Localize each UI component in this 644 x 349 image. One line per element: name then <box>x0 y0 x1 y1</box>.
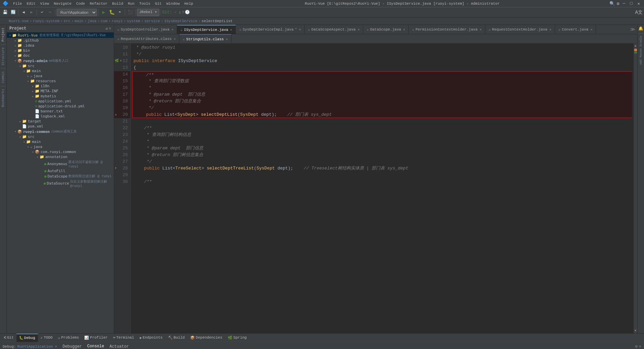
menu-refactor[interactable]: Refactor <box>88 1 109 6</box>
tree-item-main2[interactable]: ▾ 📁 main <box>7 139 114 144</box>
debug-run-btn[interactable]: 🐛 <box>108 9 115 16</box>
tree-item-doc[interactable]: ▸ 📁 doc <box>7 53 114 58</box>
breadcrumb-item[interactable]: com <box>101 19 107 23</box>
tree-item-annotation[interactable]: ▾ 📁 annotation <box>7 154 114 159</box>
bookmarks-tab-icon[interactable]: Bookmarks <box>1 88 6 108</box>
tree-item-root[interactable]: ▾ 📁 RuoYi-Vue 若依管理系统 E:\gitRepos2\RuoYi-… <box>7 33 114 38</box>
tree-item-github[interactable]: ▸ 📁 .github <box>7 38 114 43</box>
tree-item-logback[interactable]: 📄 logback.xml <box>7 114 114 119</box>
tree-item-autofill[interactable]: ● AutoFill <box>7 168 114 173</box>
sync-btn[interactable]: 🔄 <box>9 9 17 16</box>
breadcrumb-service[interactable]: service <box>145 19 160 23</box>
breadcrumb-item[interactable]: src <box>64 19 70 23</box>
breadcrumb-item[interactable]: RuoYi-Vue <box>9 19 29 23</box>
breadcrumb-item[interactable]: ISysDeptService <box>164 19 197 23</box>
tab-sysdeptserviceimpl[interactable]: ☕ SysDeptServiceImpl.java * ✕ <box>236 25 305 34</box>
debug-tab-debugger[interactable]: Debugger <box>60 342 85 349</box>
right-tool1[interactable]: Gradle <box>639 36 643 46</box>
save-all-btn[interactable]: 💾 <box>1 9 9 16</box>
bottom-tab-problems[interactable]: ⚠ Problems <box>55 334 82 342</box>
tab-requestcontextholder[interactable]: ☕ RequestContextHolder.java ✕ <box>485 25 555 34</box>
project-settings-icon[interactable]: ⚙ <box>106 27 108 31</box>
back-btn[interactable]: ◀ <box>20 9 27 16</box>
project-collapse-icon[interactable]: ≡ <box>109 27 111 31</box>
tree-item-pom[interactable]: 📄 pom.xml <box>7 124 114 129</box>
search-icon[interactable]: 🔍 <box>609 1 615 6</box>
breadcrumb-item[interactable]: main <box>74 19 83 23</box>
stop-btn[interactable]: ⬛ <box>126 9 134 16</box>
menu-window[interactable]: Window <box>164 1 182 6</box>
tab-datascopeaspect[interactable]: ☕ DataScopeAspect.java ✕ <box>305 25 363 34</box>
bottom-tab-profiler[interactable]: 📊 Profiler <box>82 334 110 342</box>
bottom-tab-debug[interactable]: 🐛 Debug <box>16 334 38 342</box>
project-tab-icon[interactable]: Project <box>1 26 6 43</box>
tab-stringutils[interactable]: ☕ StringUtils.class ✕ <box>179 34 231 44</box>
commit-tab-icon[interactable]: Commit <box>1 70 6 85</box>
tree-item-java2[interactable]: ▾ ☕ java <box>7 144 114 149</box>
tree-item-metainf[interactable]: ▸ 📁 META-INF <box>7 89 114 94</box>
structure-tab-icon[interactable]: Structure <box>1 46 6 67</box>
tree-item-ruoyi-common[interactable]: ▾ 📦 ruoyi-common common通用工具 <box>7 129 114 134</box>
menu-tools[interactable]: Tools <box>137 1 152 6</box>
menu-code[interactable]: Code <box>74 1 87 6</box>
tree-item-bin[interactable]: ▸ 📁 bin <box>7 48 114 53</box>
forward-btn[interactable]: ▶ <box>28 9 35 16</box>
tree-item-datasource[interactable]: ● DataSource 自定义多数据源切换注解 @ruoyi <box>7 179 114 188</box>
notifications-icon[interactable]: 🔔 <box>638 26 643 31</box>
tree-item-target[interactable]: ▸ 📁 target <box>7 119 114 124</box>
git-push-btn[interactable]: ↑ <box>182 10 184 15</box>
menu-file[interactable]: File <box>11 1 24 6</box>
tree-item-mybatis[interactable]: ▸ 📁 mybatis <box>7 94 114 99</box>
tree-item-com-ruoyi[interactable]: ▾ 📦 com.ruoyi.common <box>7 149 114 154</box>
tree-item-src2[interactable]: ▾ 📁 src <box>7 134 114 139</box>
tree-item-resources[interactable]: ▾ 📁 resources <box>7 79 114 84</box>
tab-isysdeptservice[interactable]: ☕ ISysDeptService.java ✕ <box>177 25 236 34</box>
run-config-dropdown[interactable]: RuoYiApplication <box>57 9 97 16</box>
debug-tab-console[interactable]: Console <box>85 342 107 349</box>
tree-item-ruoyi-admin[interactable]: ▾ 📦 ruoyi-admin web服务入口 <box>7 58 114 63</box>
tab-convert[interactable]: ☕ Convert.java ✕ <box>555 25 596 34</box>
tree-item-app-druid-yml[interactable]: ⚙ application-druid.yml <box>7 104 114 109</box>
bottom-tab-build[interactable]: 🔨 Build <box>165 334 187 342</box>
bottom-tab-terminal[interactable]: ⌨ Terminal <box>110 334 137 342</box>
tree-item-datascope[interactable]: ● DataScope 数据权限过滤注解 @ ruoyi <box>7 173 114 179</box>
right-tool3[interactable]: AWS <box>639 59 643 65</box>
breadcrumb-item[interactable]: system <box>127 19 140 23</box>
debug-tab-actuator[interactable]: Actuator <box>107 342 131 349</box>
menu-edit[interactable]: Edit <box>24 1 37 6</box>
tree-item-src1[interactable]: ▾ 📁 src <box>7 63 114 68</box>
tab-datascope[interactable]: ☕ DataScope.java ✕ <box>363 25 409 34</box>
tree-item-banner[interactable]: 📄 banner.txt <box>7 109 114 114</box>
tab-requestattributes[interactable]: ☕ RequestAttributes.class ✕ <box>114 34 179 44</box>
tab-sysdeptcontroller[interactable]: ☕ SysDeptController.java ✕ <box>114 25 177 34</box>
settings-icon[interactable]: ⚙ <box>617 1 620 6</box>
undo-btn[interactable]: ↩ <box>38 9 46 16</box>
git-history-btn[interactable]: 🕐 <box>185 10 190 15</box>
bottom-tab-endpoints[interactable]: ◈ Endpoints <box>137 334 165 342</box>
menu-navigate[interactable]: Navigate <box>52 1 73 6</box>
menu-git[interactable]: Git <box>153 1 164 6</box>
jrebel-dropdown[interactable]: JRebel ▾ <box>137 9 159 16</box>
breadcrumb-item[interactable]: java <box>88 19 96 23</box>
bottom-tab-todo[interactable]: ✓ TODO <box>38 334 55 342</box>
tree-item-i18n[interactable]: ▸ 📁 i18n <box>7 84 114 89</box>
tree-item-app-yml[interactable]: ⚙ application.yml <box>7 99 114 104</box>
menu-build[interactable]: Build <box>110 1 125 6</box>
close-btn[interactable]: ✕ <box>636 1 641 6</box>
bottom-tab-spring[interactable]: 🌿 Spring <box>225 334 250 342</box>
translate-btn[interactable]: A文 <box>635 9 643 15</box>
menu-help[interactable]: Help <box>182 1 195 6</box>
git-check-icon[interactable]: Git: ✓ <box>162 10 177 15</box>
bottom-tab-dependencies[interactable]: 📦 Dependencies <box>187 334 225 342</box>
code-content[interactable]: * @author ruoyi */ public interface ISys… <box>131 44 633 333</box>
run-btn[interactable]: ▶ <box>100 9 107 16</box>
breadcrumb-item[interactable]: ruoyi <box>112 19 123 23</box>
right-tool2[interactable]: Maven <box>639 48 643 57</box>
menu-view[interactable]: View <box>38 1 51 6</box>
maximize-btn[interactable]: □ <box>629 1 634 6</box>
coverage-btn[interactable]: ☂ <box>116 9 123 16</box>
tab-permissioncontext[interactable]: ☕ PermissionContextHolder.java ✕ <box>409 25 485 34</box>
tree-item-java1[interactable]: ▸ ☕ java <box>7 73 114 79</box>
tabs-overflow-btn[interactable]: ≫ <box>628 25 637 34</box>
bottom-tab-git[interactable]: ⑆ Git <box>1 334 16 342</box>
